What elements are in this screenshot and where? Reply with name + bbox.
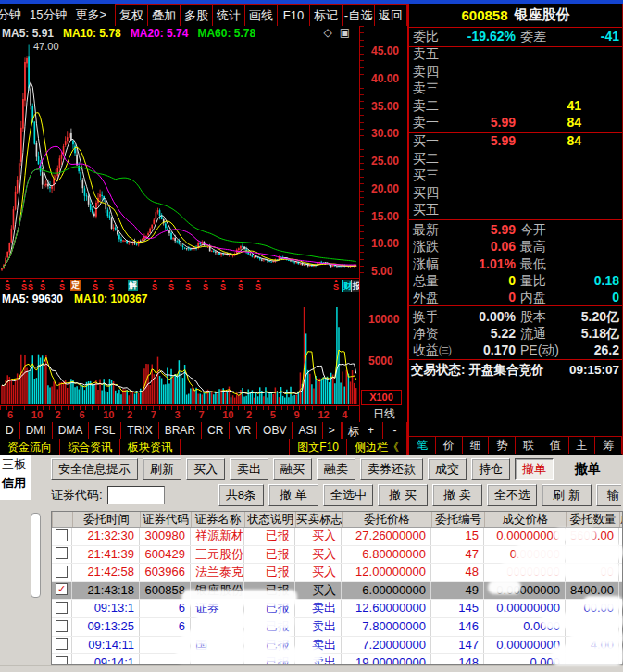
filter-button-输 出[interactable]: 输 出 bbox=[596, 484, 621, 506]
checkbox-cell[interactable] bbox=[52, 528, 72, 545]
info-tab-资金流向[interactable]: 资金流向 bbox=[0, 439, 60, 455]
indicator-tab-DMI[interactable]: DMI bbox=[20, 422, 53, 439]
split-window-icon[interactable]: ▣ bbox=[340, 26, 350, 39]
checkbox-cell[interactable] bbox=[52, 654, 72, 665]
unchecked-checkbox[interactable] bbox=[56, 656, 68, 665]
candlestick-chart[interactable]: MA5: 5.91MA10: 5.78MA20: 5.74MA60: 5.78 … bbox=[0, 26, 359, 278]
unchecked-checkbox[interactable] bbox=[56, 620, 68, 632]
zoom-out-button[interactable]: - bbox=[383, 422, 407, 439]
unchecked-checkbox[interactable] bbox=[56, 638, 68, 650]
stat-row: 收益㈢0.170PE(动)26.2 bbox=[409, 342, 622, 360]
quote-tab-筹[interactable]: 筹 bbox=[595, 437, 622, 454]
checked-checkbox[interactable]: ✓ bbox=[56, 583, 68, 595]
column-header-证券名称[interactable]: 证券名称 bbox=[191, 512, 244, 527]
quote-tab-势[interactable]: 势 bbox=[489, 437, 516, 454]
period-item[interactable]: 更多> bbox=[75, 6, 106, 23]
indicator-tab-FSL[interactable]: FSL bbox=[89, 422, 121, 439]
trade-button-刷新[interactable]: 刷新 bbox=[143, 458, 181, 480]
checkbox-cell[interactable] bbox=[52, 546, 72, 564]
column-header-委托数量[interactable]: 委托数量 bbox=[566, 512, 619, 527]
info-link-侧边栏《[interactable]: 侧边栏《 bbox=[347, 439, 407, 455]
trade-button-安全信息提示[interactable]: 安全信息提示 bbox=[51, 458, 138, 480]
zoom-in-button[interactable]: + bbox=[359, 422, 383, 439]
checkbox-cell[interactable] bbox=[52, 637, 72, 654]
period-item[interactable]: 15分钟 bbox=[30, 6, 67, 23]
trade-button-撤单[interactable]: 撤单 bbox=[515, 458, 554, 480]
checkbox-cell[interactable] bbox=[52, 564, 72, 581]
toolbar-button-画线[interactable]: 画线 bbox=[245, 4, 278, 26]
table-row[interactable]: 21:32:30300980祥源新材已报买入27.26000000150.000… bbox=[52, 528, 622, 546]
sidebar-scrollbar[interactable] bbox=[31, 513, 41, 598]
trade-button-买入[interactable]: 买入 bbox=[186, 458, 225, 480]
table-row[interactable]: 09:14:1已报卖出19.000000001480.000 bbox=[52, 654, 622, 665]
sidebar-item-三板[interactable]: 三板 bbox=[0, 455, 31, 474]
checkbox-cell[interactable] bbox=[52, 618, 72, 636]
toolbar-button-叠加[interactable]: 叠加 bbox=[148, 4, 181, 26]
trade-button-融买[interactable]: 融买 bbox=[273, 458, 312, 480]
toolbar-button-返回[interactable]: 返回 bbox=[375, 4, 407, 26]
unchecked-checkbox[interactable] bbox=[56, 602, 68, 614]
indicator-tab-ASI[interactable]: ASI bbox=[293, 422, 322, 439]
toolbar-button-多股[interactable]: 多股 bbox=[181, 4, 213, 26]
info-link-图文F10[interactable]: 图文F10 bbox=[289, 439, 347, 455]
period-item[interactable]: 分钟 bbox=[0, 6, 21, 23]
filter-button-撤 卖[interactable]: 撤 卖 bbox=[432, 484, 482, 506]
indicator-tab-DMA[interactable]: DMA bbox=[53, 422, 90, 439]
indicator-tab->[interactable]: > bbox=[323, 422, 342, 439]
table-row[interactable]: 09:13:16证券已报卖出12.600000001450.0000000000… bbox=[52, 600, 622, 618]
filter-button-全选中[interactable]: 全选中 bbox=[323, 484, 373, 506]
trade-button-持仓[interactable]: 持仓 bbox=[471, 458, 510, 480]
checkbox-cell[interactable] bbox=[52, 600, 72, 617]
quote-tab-联[interactable]: 联 bbox=[516, 437, 542, 454]
volume-chart[interactable] bbox=[0, 305, 359, 405]
toolbar-button-标记[interactable]: 标记 bbox=[310, 4, 343, 26]
toolbar-button-复权[interactable]: 复权 bbox=[116, 4, 148, 26]
trade-button-融卖[interactable]: 融卖 bbox=[317, 458, 355, 480]
indicator-tab-VR[interactable]: VR bbox=[230, 422, 257, 439]
indicator-tab-D[interactable]: D bbox=[0, 422, 20, 439]
unchecked-checkbox[interactable] bbox=[56, 529, 68, 541]
table-row[interactable]: ✓21:43:18600858银座股份已报买入6.00000000490.000… bbox=[52, 582, 622, 601]
table-row[interactable]: 09:14:11国已报卖出7.200000001470.000000004.00 bbox=[52, 637, 622, 655]
quote-tab-价[interactable]: 价 bbox=[436, 437, 463, 454]
quote-tab-笔[interactable]: 笔 bbox=[409, 437, 436, 454]
column-header-成交价格[interactable]: 成交价格 bbox=[484, 512, 566, 527]
stat-row: 涨幅1.01%最低 bbox=[409, 256, 622, 274]
column-header-委托编号[interactable]: 委托编号 bbox=[431, 512, 484, 527]
column-header-select[interactable] bbox=[52, 512, 72, 527]
trade-button-成交[interactable]: 成交 bbox=[428, 458, 467, 480]
column-header-证券代码[interactable]: 证券代码 bbox=[140, 512, 191, 527]
unchecked-checkbox[interactable] bbox=[56, 566, 68, 578]
quote-tab-细[interactable]: 细 bbox=[463, 437, 490, 454]
column-header-成[interactable]: 成 bbox=[619, 512, 623, 527]
info-tab-板块资讯[interactable]: 板块资讯 bbox=[120, 439, 181, 455]
checkbox-cell[interactable]: ✓ bbox=[52, 582, 72, 600]
column-header-委托价格[interactable]: 委托价格 bbox=[342, 512, 431, 527]
quote-tab-主[interactable]: 主 bbox=[569, 437, 596, 454]
indicator-tab-OBV[interactable]: OBV bbox=[257, 422, 293, 439]
toolbar-button--自选[interactable]: -自选 bbox=[343, 4, 375, 26]
filter-button-刷 新[interactable]: 刷 新 bbox=[542, 484, 592, 506]
sidebar-item-信用[interactable]: 信用 bbox=[0, 474, 31, 492]
indicator-tab-CR[interactable]: CR bbox=[202, 422, 230, 439]
filter-button-撤 单[interactable]: 撤 单 bbox=[268, 484, 318, 506]
filter-button-撤 买[interactable]: 撤 买 bbox=[378, 484, 428, 506]
indicator-tab-BRAR[interactable]: BRAR bbox=[159, 422, 202, 439]
quote-tab-值[interactable]: 值 bbox=[542, 437, 569, 454]
column-header-委托时间[interactable]: 委托时间 bbox=[72, 512, 140, 527]
unchecked-checkbox[interactable] bbox=[56, 547, 68, 559]
info-tab-综合资讯[interactable]: 综合资讯 bbox=[60, 439, 120, 455]
diamond-icon[interactable]: ◇ bbox=[323, 26, 331, 39]
code-input[interactable] bbox=[107, 486, 165, 504]
period-label[interactable]: 日线 bbox=[359, 405, 410, 422]
table-row[interactable]: 09:13:256已报卖出7.800000001460.0000 bbox=[52, 618, 622, 637]
indicator-tab-指标B[interactable]: 指标B bbox=[342, 422, 359, 439]
trade-button-卖出[interactable]: 卖出 bbox=[230, 458, 268, 480]
trade-button-卖券还款[interactable]: 卖券还款 bbox=[360, 458, 423, 480]
toolbar-button-统计[interactable]: 统计 bbox=[213, 4, 245, 26]
column-header-买卖标志[interactable]: 买卖标志 bbox=[295, 512, 342, 527]
filter-button-全不选[interactable]: 全不选 bbox=[487, 484, 537, 506]
toolbar-button-F10[interactable]: F10 bbox=[278, 4, 310, 26]
indicator-tab-TRIX[interactable]: TRIX bbox=[121, 422, 158, 439]
column-header-状态说明[interactable]: 状态说明 bbox=[244, 512, 295, 527]
